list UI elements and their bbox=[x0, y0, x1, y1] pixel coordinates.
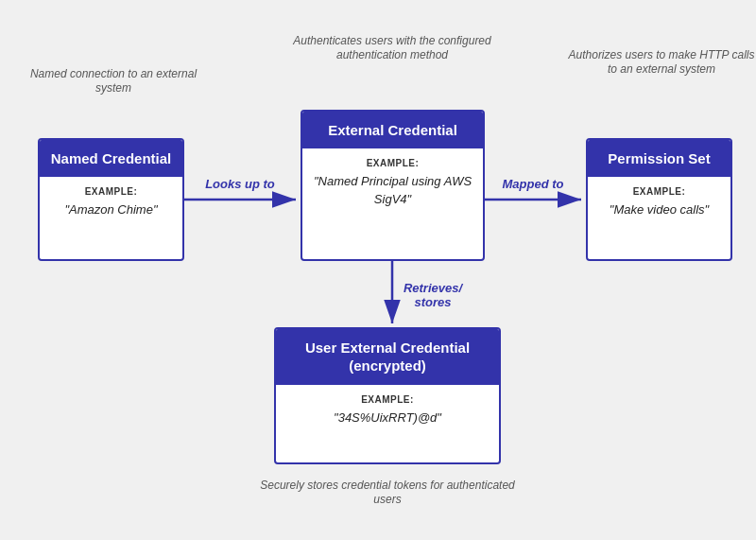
external-example-label: EXAMPLE: bbox=[310, 158, 475, 168]
external-credential-body: EXAMPLE: "Named Principal using AWS SigV… bbox=[302, 148, 483, 218]
caption-named: Named connection to an external system bbox=[24, 67, 203, 96]
user-example-label: EXAMPLE: bbox=[284, 394, 491, 405]
mapped-to-label: Mapped to bbox=[503, 177, 564, 191]
permission-set-header: Permission Set bbox=[588, 140, 730, 178]
user-example-value: "34S%UixRRT)@d" bbox=[334, 410, 441, 425]
looks-up-label: Looks up to bbox=[205, 177, 275, 191]
diagram: Named connection to an external system A… bbox=[19, 15, 737, 526]
external-credential-box: External Credential EXAMPLE: "Named Prin… bbox=[301, 110, 485, 261]
named-credential-body: EXAMPLE: "Amazon Chime" bbox=[40, 177, 182, 228]
user-credential-body: EXAMPLE: "34S%UixRRT)@d" bbox=[276, 385, 499, 436]
external-credential-header: External Credential bbox=[302, 112, 483, 149]
retrieves-stores-label: Retrieves/ bbox=[404, 281, 464, 295]
caption-external: Authenticates users with the configured … bbox=[274, 34, 510, 63]
permission-set-box: Permission Set EXAMPLE: "Make video call… bbox=[586, 138, 732, 261]
external-example-value: "Named Principal using AWS SigV4" bbox=[314, 174, 472, 206]
caption-user: Securely stores credential tokens for au… bbox=[255, 479, 520, 508]
named-example-label: EXAMPLE: bbox=[47, 186, 175, 197]
caption-permission: Authorizes users to make HTTP calls to a… bbox=[567, 48, 756, 78]
named-credential-box: Named Credential EXAMPLE: "Amazon Chime" bbox=[38, 138, 184, 261]
user-credential-header: User External Credential (encrypted) bbox=[276, 329, 499, 385]
permission-set-body: EXAMPLE: "Make video calls" bbox=[588, 177, 730, 228]
named-credential-header: Named Credential bbox=[40, 140, 182, 178]
user-external-credential-box: User External Credential (encrypted) EXA… bbox=[274, 327, 501, 464]
named-example-value: "Amazon Chime" bbox=[64, 202, 157, 217]
stores-label: stores bbox=[414, 295, 451, 309]
permission-example-label: EXAMPLE: bbox=[595, 186, 723, 197]
permission-example-value: "Make video calls" bbox=[610, 202, 709, 217]
